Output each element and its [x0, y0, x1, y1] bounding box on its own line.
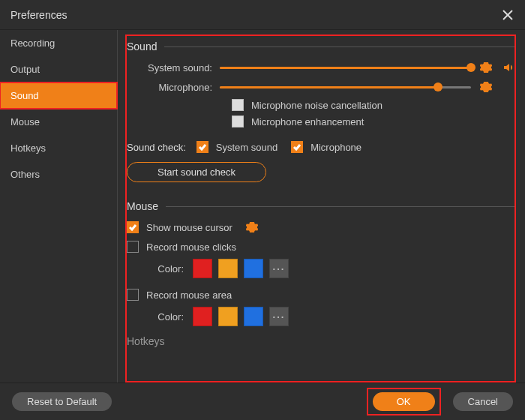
sidebar-item-label: Output: [10, 64, 40, 75]
microphone-row: Microphone:: [127, 80, 516, 94]
color-label: Color:: [149, 311, 184, 322]
system-sound-row: System sound:: [127, 60, 516, 75]
color-swatch-red[interactable]: [193, 307, 212, 326]
sidebar-item-label: Hotkeys: [10, 142, 46, 154]
sound-check-row: Sound check: System sound Microphone: [127, 141, 516, 153]
speaker-icon: [502, 62, 514, 74]
system-sound-label: System sound:: [127, 62, 220, 74]
check-icon: [198, 142, 207, 152]
check-microphone-checkbox[interactable]: [291, 141, 303, 153]
section-title-sound: Sound: [127, 40, 516, 52]
start-sound-check-button[interactable]: Start sound check: [127, 162, 266, 182]
color-swatch-blue[interactable]: [244, 307, 263, 326]
footer: Reset to Default OK Cancel: [0, 382, 525, 420]
ok-label: OK: [397, 396, 411, 407]
color-swatch-red[interactable]: [193, 259, 212, 278]
sidebar-item-mouse[interactable]: Mouse: [0, 109, 117, 135]
color-label: Color:: [149, 263, 184, 274]
color-swatch-orange[interactable]: [218, 259, 238, 278]
sidebar-item-output[interactable]: Output: [0, 56, 117, 82]
reset-label: Reset to Default: [27, 396, 97, 407]
content-panel: Sound System sound: Microphone:: [118, 30, 525, 382]
cancel-button[interactable]: Cancel: [453, 392, 513, 411]
gear-icon: [246, 221, 258, 233]
cursor-settings-button[interactable]: [244, 220, 260, 235]
section-title-label: Mouse: [127, 200, 158, 212]
sidebar-item-label: Sound: [10, 90, 39, 101]
ok-button[interactable]: OK: [373, 392, 435, 411]
show-cursor-row: Show mouse cursor: [127, 220, 516, 235]
sidebar: Recording Output Sound Mouse Hotkeys Oth…: [0, 30, 118, 382]
record-area-label: Record mouse area: [146, 290, 232, 301]
check-icon: [128, 223, 137, 232]
color-swatch-blue[interactable]: [244, 259, 263, 278]
sidebar-item-hotkeys[interactable]: Hotkeys: [0, 135, 117, 161]
sidebar-item-sound[interactable]: Sound: [0, 82, 117, 109]
record-clicks-label: Record mouse clicks: [146, 242, 236, 253]
more-label: ···: [273, 311, 286, 322]
area-color-row: Color: ···: [149, 307, 516, 326]
sidebar-item-label: Recording: [10, 38, 55, 49]
gear-icon: [480, 81, 492, 93]
record-area-row: Record mouse area: [127, 289, 516, 301]
system-sound-speaker-button[interactable]: [501, 60, 516, 75]
check-system-sound-checkbox[interactable]: [196, 141, 208, 153]
check-system-sound-label: System sound: [216, 142, 278, 153]
cancel-label: Cancel: [468, 396, 498, 407]
noise-cancel-checkbox[interactable]: [232, 99, 244, 111]
titlebar: Preferences: [0, 0, 525, 30]
start-sound-check-label: Start sound check: [158, 166, 236, 178]
enhancement-row: Microphone enhancement: [232, 116, 516, 128]
color-more-button[interactable]: ···: [269, 307, 289, 326]
system-sound-settings-button[interactable]: [478, 60, 494, 75]
record-area-checkbox[interactable]: [127, 289, 139, 301]
record-clicks-checkbox[interactable]: [127, 241, 139, 253]
check-icon: [292, 142, 302, 152]
color-swatch-orange[interactable]: [218, 307, 238, 326]
clicks-color-row: Color: ···: [149, 259, 516, 278]
microphone-settings-button[interactable]: [478, 80, 494, 94]
show-cursor-label: Show mouse cursor: [146, 222, 232, 233]
window-title: Preferences: [10, 9, 67, 21]
highlight-frame-ok: OK: [367, 388, 441, 416]
sidebar-item-label: Others: [10, 169, 40, 180]
section-title-mouse: Mouse: [127, 200, 516, 212]
sound-check-label: Sound check:: [127, 142, 196, 153]
color-more-button[interactable]: ···: [269, 259, 289, 278]
body: Recording Output Sound Mouse Hotkeys Oth…: [0, 30, 525, 382]
system-sound-slider[interactable]: [220, 61, 471, 74]
microphone-slider[interactable]: [220, 80, 471, 94]
record-clicks-row: Record mouse clicks: [127, 241, 516, 253]
sidebar-item-others[interactable]: Others: [0, 161, 117, 188]
close-icon: [502, 10, 513, 20]
check-microphone-label: Microphone: [310, 142, 362, 153]
reset-to-default-button[interactable]: Reset to Default: [12, 392, 112, 411]
sidebar-item-recording[interactable]: Recording: [0, 30, 117, 56]
more-label: ···: [273, 263, 286, 274]
show-cursor-checkbox[interactable]: [127, 221, 139, 233]
section-title-hotkeys-peek: Hotkeys: [127, 335, 516, 347]
close-button[interactable]: [501, 8, 514, 22]
section-title-label: Sound: [127, 40, 157, 52]
enhancement-checkbox[interactable]: [232, 116, 244, 128]
sidebar-item-label: Mouse: [10, 116, 40, 128]
noise-cancel-row: Microphone noise cancellation: [232, 99, 516, 111]
gear-icon: [480, 62, 492, 74]
noise-cancel-label: Microphone noise cancellation: [251, 100, 382, 111]
microphone-label: Microphone:: [127, 82, 220, 93]
enhancement-label: Microphone enhancement: [251, 116, 364, 128]
